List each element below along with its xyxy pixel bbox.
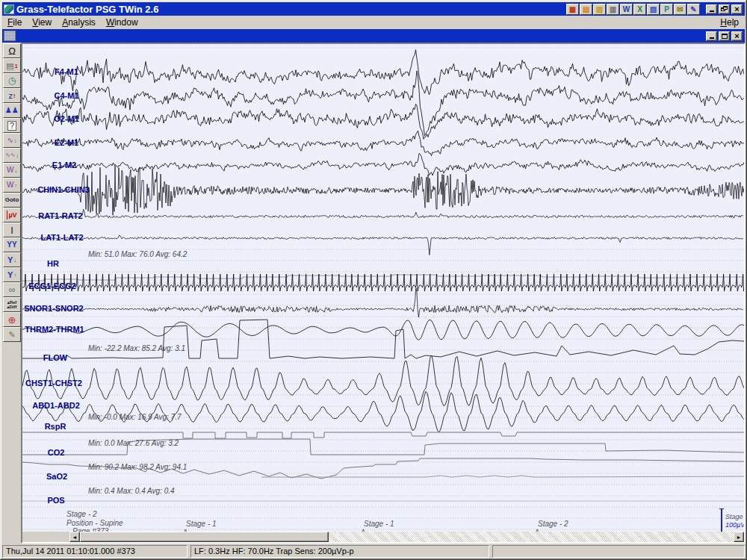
ibeam-icon: I: [10, 225, 13, 235]
close-button[interactable]: ×: [731, 4, 743, 14]
channel-label-HR: HR: [47, 259, 59, 268]
menu-view[interactable]: View: [27, 16, 57, 28]
scale-label: Stage: [725, 513, 743, 520]
trace-C4-M1: [22, 71, 744, 136]
journal-button[interactable]: ✎: [687, 4, 700, 15]
trace-SNOR1-SNOR2: [22, 288, 743, 317]
channel-label-LAT1-LAT2: LAT1-LAT2: [40, 233, 83, 242]
impedance-button[interactable]: Ω: [3, 43, 21, 58]
scroll-left-arrow-icon[interactable]: ◄: [69, 532, 80, 542]
clock-button[interactable]: ◷: [3, 73, 21, 88]
excel-button[interactable]: X: [633, 4, 646, 15]
wave-amplitude-compress-button[interactable]: ∿↕: [3, 133, 21, 148]
child-close-button[interactable]: ×: [731, 31, 743, 41]
open-folder-icon: ▨: [596, 5, 603, 13]
scroll-right-arrow-icon[interactable]: ►: [734, 532, 744, 542]
stage-marker-4: Stage - 1: [364, 520, 394, 528]
stage-caret-icon: ∧: [535, 527, 540, 532]
channel-label-ECG1-ECG2: ECG1-ECG2: [28, 281, 76, 290]
wave-compress-icon: ∿↕: [7, 137, 17, 144]
channel-stats-FLOW: Min: -22.2 Max: 85.2 Avg: 3.1: [88, 344, 185, 352]
child-system-menu-icon[interactable]: [4, 31, 16, 41]
journal-icon: ✎: [690, 5, 696, 13]
trace-F4-M1: [22, 50, 744, 95]
channel-label-THRM2-THRM1: THRM2-THRM1: [25, 325, 84, 334]
y-scale-down-button[interactable]: Y↓: [3, 252, 21, 267]
annotate-button[interactable]: ✎: [3, 327, 21, 342]
window-title: Grass-Telefactor PSG TWin 2.6: [16, 4, 566, 15]
y-scale-button[interactable]: YY: [3, 237, 21, 252]
menu-analysis[interactable]: Analysis: [57, 16, 101, 28]
event-report-button[interactable]: ▤1: [3, 58, 21, 73]
sleep-stage-button[interactable]: z!: [3, 88, 21, 103]
child-title-bar: ×: [2, 29, 745, 43]
new-document-button[interactable]: ▤: [580, 4, 592, 15]
word-button[interactable]: W: [620, 4, 633, 15]
wave-time-compress-button[interactable]: W↓: [3, 163, 21, 178]
stage-marker-3: Stage - 1: [186, 520, 217, 528]
wave-time-expand-button[interactable]: W↑: [3, 178, 21, 193]
office-logo-button[interactable]: ▦: [566, 4, 579, 15]
report-icon: ▤1: [6, 62, 17, 70]
child-minimize-button[interactable]: [706, 31, 717, 41]
channel-label-RAT1-RAT2: RAT1-RAT2: [38, 211, 82, 220]
trace-E2-M1: [22, 131, 744, 156]
powerpoint-icon: P: [664, 5, 669, 13]
app-icon: [4, 4, 14, 14]
wave-amplitude-expand-button[interactable]: ∿∿↕: [3, 148, 21, 163]
menu-file[interactable]: File: [2, 16, 27, 28]
channel-stats-SaO2: Min: 90.2 Max: 98.2 Avg: 94.1: [88, 463, 187, 471]
status-datetime: Thu,Jul 14 2011 01:10:01.000 #373: [2, 545, 187, 558]
channel-stats-CO2: Min: 0.0 Max: 27.6 Avg: 3.2: [88, 439, 179, 447]
stage-marker-2: Page #373: [72, 527, 108, 532]
quick-launch-bar: ▦▤▨▥WX▧P✉✎: [566, 4, 700, 15]
contact-card-icon: ▥: [610, 5, 616, 13]
channel-stats-HR: Min: 51.0 Max: 76.0 Avg: 64.2: [88, 250, 187, 258]
patients-icon: ♟♟: [5, 107, 19, 114]
montage-button[interactable]: ∞: [3, 282, 21, 297]
menu-window[interactable]: Window: [101, 16, 143, 28]
stage-caret-icon: ∧: [183, 527, 188, 532]
cursor-button[interactable]: I: [3, 223, 21, 237]
brush-icon: ✎: [8, 331, 15, 339]
open-folder-button[interactable]: ▨: [593, 4, 606, 15]
calibration-button[interactable]: µV: [3, 208, 21, 223]
word-icon: W: [623, 5, 630, 13]
microvolt-icon: µV: [7, 211, 16, 220]
y-scale-up-button[interactable]: Y↑: [3, 267, 21, 282]
wave-expand-icon: ∿∿↕: [5, 152, 19, 158]
maximize-icon: [722, 34, 728, 39]
powerpoint-button[interactable]: P: [660, 4, 673, 15]
patients-button[interactable]: ♟♟: [3, 103, 21, 118]
pan-button[interactable]: ⊕: [3, 312, 21, 327]
mail-button[interactable]: ✉: [674, 4, 686, 15]
scrollbar-thumb[interactable]: [80, 532, 329, 542]
status-extra: [492, 545, 745, 558]
horizontal-scrollbar[interactable]: ◄ ►: [22, 532, 744, 542]
mail-icon: ✉: [677, 5, 683, 13]
scrollbar-track[interactable]: [329, 532, 734, 542]
trace-HR: [22, 275, 744, 281]
stage-marker-5: Stage - 2: [538, 520, 568, 528]
channel-label-C4-M1: C4-M1: [54, 91, 78, 100]
montage-glasses-icon: ∞: [9, 285, 16, 294]
minimize-button[interactable]: [706, 4, 717, 14]
contact-card-button[interactable]: ▥: [607, 4, 619, 15]
channel-label-SNOR1-SNOR2: SNOR1-SNOR2: [24, 304, 83, 313]
ref-diff-icon: ▴Diff: [7, 305, 16, 309]
scale-bar: [721, 508, 722, 532]
waveform-area[interactable]: F4-M1C4-M1O2-M1E2-M1E1-M2CHIN1-CHIN3RAT1…: [22, 44, 744, 532]
goto-button[interactable]: Goto: [3, 193, 21, 208]
waveform-canvas: [22, 44, 744, 532]
status-filters: LF: 0.3Hz HF: 70.0Hz Trap Sens: 200µVp-p: [190, 545, 489, 558]
help-page-button[interactable]: ?: [3, 118, 21, 133]
trace-RspR: [22, 432, 744, 438]
trace-RAT1-RAT2: [22, 209, 743, 217]
child-maximize-button[interactable]: [719, 31, 730, 41]
menu-help[interactable]: Help: [714, 16, 745, 28]
restore-button[interactable]: [719, 4, 730, 14]
ref-diff-button[interactable]: ▴Ref▴Diff: [3, 297, 21, 312]
folder-shortcut-button[interactable]: ▧: [647, 4, 660, 15]
trace-CHST1-CHST2: [22, 355, 744, 405]
close-icon: ×: [734, 32, 739, 40]
